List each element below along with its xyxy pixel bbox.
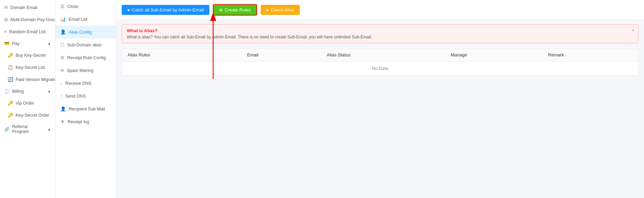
- sub-sidebar-item-spam-filtering[interactable]: ✉ Spam filtering: [55, 64, 116, 77]
- key-secret-order-icon: 🔑: [8, 112, 13, 118]
- sidebar-item-vip-order[interactable]: 🔑 Vip Order: [0, 97, 55, 109]
- check-alias-button[interactable]: ● Check Alias: [261, 5, 300, 15]
- receive-dns-icon: ↓: [60, 81, 63, 86]
- col-alias-rules: Alias Rules: [122, 48, 242, 62]
- sub-sidebar-item-email-list[interactable]: 📊 Email List: [55, 13, 116, 26]
- pay-arrow-icon: ▲: [47, 42, 51, 45]
- sub-sidebar-item-receipt-log[interactable]: ▼ Receipt log: [55, 115, 116, 128]
- random-email-icon: ≡: [4, 29, 7, 34]
- referral-arrow-icon: ▲: [47, 127, 51, 131]
- alias-table-container: Alias Rules Email Alias Status Manage Re…: [122, 48, 638, 75]
- multi-domain-icon: ⊞: [4, 17, 8, 22]
- sidebar-item-paid-version[interactable]: 🔄 Paid Version Migration: [0, 73, 55, 86]
- spam-filtering-icon: ✉: [60, 68, 64, 73]
- no-data-label: No Data: [122, 62, 638, 75]
- main-content: ● Catch all Sub-Email by Admin-Email ⊕ C…: [116, 0, 644, 198]
- billing-icon: 🧾: [4, 89, 10, 94]
- col-manage: Manage: [445, 48, 542, 62]
- table-no-data-row: No Data: [122, 62, 638, 75]
- catch-all-button[interactable]: ● Catch all Sub-Email by Admin-Email: [122, 5, 209, 15]
- sub-sidebar-item-send-dns[interactable]: ↑ Send DNS: [55, 90, 116, 102]
- col-remark: Remark: [542, 48, 638, 62]
- sidebar-item-referral[interactable]: 🔗 Referral Program ▲: [0, 121, 55, 137]
- create-rules-button[interactable]: ⊕ Create Rules: [213, 4, 257, 16]
- sidebar-item-domain-email[interactable]: ✉ Domain Email: [0, 1, 55, 14]
- info-banner: What is Alias? What is alias? You can ca…: [122, 24, 638, 43]
- sidebar-item-key-secret-list[interactable]: 📋 Key-Secret List: [0, 61, 55, 73]
- col-alias-status: Alias Status: [321, 48, 445, 62]
- toolbar: ● Catch all Sub-Email by Admin-Email ⊕ C…: [116, 0, 644, 20]
- sidebar-item-key-secret-order[interactable]: 🔑 Key-Secret Order: [0, 109, 55, 121]
- sub-sidebar-item-close[interactable]: ☰ Close: [55, 0, 116, 13]
- paid-version-icon: 🔄: [8, 77, 13, 82]
- info-banner-close[interactable]: ×: [632, 27, 635, 33]
- send-dns-icon: ↑: [60, 93, 63, 99]
- sub-domain-alias-icon: ☐: [60, 42, 64, 47]
- domain-email-icon: ✉: [4, 5, 8, 10]
- sub-sidebar-item-alias-config[interactable]: 👤 Alias Config: [55, 26, 116, 38]
- sidebar-item-pay[interactable]: 💳 Pay ▲: [0, 38, 55, 49]
- toolbar-wrapper: ● Catch all Sub-Email by Admin-Email ⊕ C…: [116, 0, 644, 20]
- info-banner-description: What is alias? You can catch all Sub-Ema…: [127, 35, 633, 39]
- email-list-icon: 📊: [60, 17, 66, 22]
- referral-icon: 🔗: [4, 127, 10, 132]
- key-secret-list-icon: 📋: [8, 65, 13, 70]
- table-header-row: Alias Rules Email Alias Status Manage Re…: [122, 48, 638, 62]
- receipt-log-icon: ▼: [60, 119, 65, 124]
- recipient-sub-mail-icon: 👤: [60, 106, 66, 111]
- sidebar-item-billing[interactable]: 🧾 Billing ▲: [0, 86, 55, 97]
- info-banner-title: What is Alias?: [127, 28, 633, 33]
- vip-order-icon: 🔑: [8, 100, 13, 106]
- sidebar-item-random-email[interactable]: ≡ Random Email List: [0, 26, 55, 38]
- sub-sidebar-item-receive-dns[interactable]: ↓ Receive DNS: [55, 77, 116, 90]
- receipt-rule-config-icon: ⚙: [60, 55, 64, 60]
- alias-config-icon: 👤: [60, 29, 66, 35]
- pay-icon: 💳: [4, 41, 10, 46]
- billing-arrow-icon: ▲: [47, 89, 51, 93]
- col-email: Email: [242, 48, 321, 62]
- sub-sidebar-item-recipient-sub-mail[interactable]: 👤 Recipient Sub-Mail: [55, 102, 116, 115]
- alias-table: Alias Rules Email Alias Status Manage Re…: [122, 48, 638, 75]
- create-rules-icon: ⊕: [219, 7, 223, 12]
- buy-key-secret-icon: 🔑: [8, 53, 13, 58]
- check-alias-icon: ●: [266, 7, 269, 12]
- left-sidebar: ✉ Domain Email ⊞ Multi-Domain Pay-Group …: [0, 0, 55, 198]
- sub-sidebar-item-receipt-rule-config[interactable]: ⚙ Receipt Rule Config: [55, 51, 116, 64]
- catch-all-icon: ●: [127, 7, 130, 12]
- sub-sidebar-item-sub-domain-alias[interactable]: ☐ Sub-Domain alias: [55, 38, 116, 51]
- content-area: What is Alias? What is alias? You can ca…: [116, 20, 644, 198]
- sidebar-item-buy-key-secret[interactable]: 🔑 Buy Key-Secret: [0, 49, 55, 61]
- close-icon: ☰: [60, 4, 64, 9]
- sub-sidebar: ☰ Close 📊 Email List 👤 Alias Config ☐ Su…: [55, 0, 116, 198]
- sidebar-item-multi-domain[interactable]: ⊞ Multi-Domain Pay-Group: [0, 14, 55, 26]
